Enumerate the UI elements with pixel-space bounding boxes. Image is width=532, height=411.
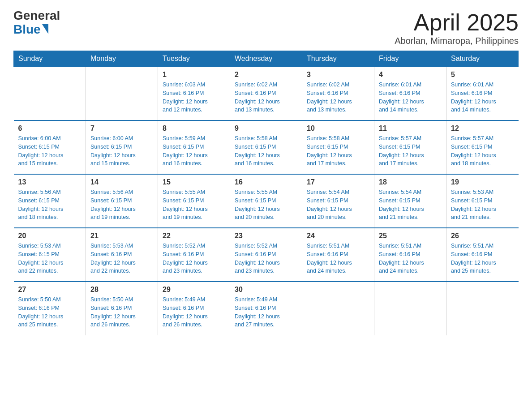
day-number: 10 — [307, 124, 369, 133]
day-info: Sunrise: 5:51 AM Sunset: 6:16 PM Dayligh… — [451, 242, 514, 275]
day-info: Sunrise: 5:52 AM Sunset: 6:16 PM Dayligh… — [163, 242, 225, 275]
day-cell: 6Sunrise: 6:00 AM Sunset: 6:15 PM Daylig… — [14, 120, 86, 174]
day-number: 20 — [18, 232, 82, 240]
col-header-friday: Friday — [374, 51, 446, 67]
calendar-header-row: SundayMondayTuesdayWednesdayThursdayFrid… — [14, 51, 519, 67]
day-number: 11 — [379, 124, 442, 133]
day-number: 25 — [379, 232, 442, 240]
day-info: Sunrise: 5:51 AM Sunset: 6:16 PM Dayligh… — [379, 242, 442, 275]
day-info: Sunrise: 5:57 AM Sunset: 6:15 PM Dayligh… — [379, 134, 442, 168]
day-info: Sunrise: 5:55 AM Sunset: 6:15 PM Dayligh… — [163, 188, 225, 222]
day-number: 27 — [18, 286, 82, 294]
col-header-sunday: Sunday — [14, 51, 86, 67]
day-info: Sunrise: 5:59 AM Sunset: 6:15 PM Dayligh… — [163, 134, 225, 168]
col-header-monday: Monday — [86, 51, 158, 67]
day-number: 24 — [307, 232, 369, 240]
day-info: Sunrise: 5:51 AM Sunset: 6:16 PM Dayligh… — [307, 242, 369, 275]
logo-general: General — [13, 9, 60, 23]
day-info: Sunrise: 6:00 AM Sunset: 6:15 PM Dayligh… — [90, 134, 153, 168]
day-cell: 22Sunrise: 5:52 AM Sunset: 6:16 PM Dayli… — [158, 228, 230, 282]
day-info: Sunrise: 5:53 AM Sunset: 6:15 PM Dayligh… — [451, 188, 514, 222]
day-number: 18 — [379, 178, 442, 186]
day-number: 30 — [235, 286, 297, 294]
day-cell: 8Sunrise: 5:59 AM Sunset: 6:15 PM Daylig… — [158, 120, 230, 174]
day-number: 6 — [18, 124, 82, 133]
day-cell: 4Sunrise: 6:01 AM Sunset: 6:16 PM Daylig… — [374, 67, 446, 120]
day-number: 29 — [163, 286, 225, 294]
day-info: Sunrise: 5:56 AM Sunset: 6:15 PM Dayligh… — [18, 188, 82, 222]
day-info: Sunrise: 6:02 AM Sunset: 6:16 PM Dayligh… — [235, 81, 297, 114]
day-number: 23 — [235, 232, 297, 240]
calendar-table: SundayMondayTuesdayWednesdayThursdayFrid… — [13, 51, 519, 335]
day-number: 28 — [90, 286, 153, 294]
day-info: Sunrise: 5:55 AM Sunset: 6:15 PM Dayligh… — [235, 188, 297, 222]
day-number: 19 — [451, 178, 514, 186]
day-cell: 1Sunrise: 6:03 AM Sunset: 6:16 PM Daylig… — [158, 67, 230, 120]
day-cell — [302, 282, 374, 335]
day-info: Sunrise: 5:50 AM Sunset: 6:16 PM Dayligh… — [90, 295, 153, 329]
day-cell: 3Sunrise: 6:02 AM Sunset: 6:16 PM Daylig… — [302, 67, 374, 120]
col-header-tuesday: Tuesday — [158, 51, 230, 67]
day-cell: 27Sunrise: 5:50 AM Sunset: 6:16 PM Dayli… — [14, 282, 86, 335]
day-cell — [446, 282, 519, 335]
week-row-3: 13Sunrise: 5:56 AM Sunset: 6:15 PM Dayli… — [14, 174, 519, 228]
day-number: 26 — [451, 232, 514, 240]
week-row-1: 1Sunrise: 6:03 AM Sunset: 6:16 PM Daylig… — [14, 67, 519, 120]
day-number: 5 — [451, 71, 514, 79]
week-row-5: 27Sunrise: 5:50 AM Sunset: 6:16 PM Dayli… — [14, 282, 519, 335]
day-number: 9 — [235, 124, 297, 133]
day-info: Sunrise: 6:03 AM Sunset: 6:16 PM Dayligh… — [163, 81, 225, 114]
week-row-4: 20Sunrise: 5:53 AM Sunset: 6:15 PM Dayli… — [14, 228, 519, 282]
day-info: Sunrise: 5:52 AM Sunset: 6:16 PM Dayligh… — [235, 242, 297, 275]
day-cell: 13Sunrise: 5:56 AM Sunset: 6:15 PM Dayli… — [14, 174, 86, 228]
day-cell: 9Sunrise: 5:58 AM Sunset: 6:15 PM Daylig… — [230, 120, 302, 174]
day-cell: 26Sunrise: 5:51 AM Sunset: 6:16 PM Dayli… — [446, 228, 519, 282]
day-cell: 24Sunrise: 5:51 AM Sunset: 6:16 PM Dayli… — [302, 228, 374, 282]
day-cell: 10Sunrise: 5:58 AM Sunset: 6:15 PM Dayli… — [302, 120, 374, 174]
day-cell: 12Sunrise: 5:57 AM Sunset: 6:15 PM Dayli… — [446, 120, 519, 174]
day-info: Sunrise: 5:57 AM Sunset: 6:15 PM Dayligh… — [451, 134, 514, 168]
col-header-thursday: Thursday — [302, 51, 374, 67]
day-cell: 21Sunrise: 5:53 AM Sunset: 6:16 PM Dayli… — [86, 228, 158, 282]
day-info: Sunrise: 5:54 AM Sunset: 6:15 PM Dayligh… — [307, 188, 369, 222]
day-cell: 17Sunrise: 5:54 AM Sunset: 6:15 PM Dayli… — [302, 174, 374, 228]
col-header-saturday: Saturday — [446, 51, 519, 67]
day-info: Sunrise: 5:54 AM Sunset: 6:15 PM Dayligh… — [379, 188, 442, 222]
day-number: 7 — [90, 124, 153, 133]
day-cell: 2Sunrise: 6:02 AM Sunset: 6:16 PM Daylig… — [230, 67, 302, 120]
day-info: Sunrise: 5:53 AM Sunset: 6:16 PM Dayligh… — [90, 242, 153, 275]
day-cell: 19Sunrise: 5:53 AM Sunset: 6:15 PM Dayli… — [446, 174, 519, 228]
day-number: 12 — [451, 124, 514, 133]
day-number: 13 — [18, 178, 82, 186]
month-title: April 2025 — [395, 9, 519, 36]
day-info: Sunrise: 6:02 AM Sunset: 6:16 PM Dayligh… — [307, 81, 369, 114]
day-number: 17 — [307, 178, 369, 186]
day-cell: 5Sunrise: 6:01 AM Sunset: 6:16 PM Daylig… — [446, 67, 519, 120]
day-number: 15 — [163, 178, 225, 186]
day-info: Sunrise: 6:01 AM Sunset: 6:16 PM Dayligh… — [451, 81, 514, 114]
logo-blue: Blue — [13, 23, 41, 37]
logo: General Blue — [13, 9, 60, 37]
day-cell: 14Sunrise: 5:56 AM Sunset: 6:15 PM Dayli… — [86, 174, 158, 228]
day-number: 16 — [235, 178, 297, 186]
day-info: Sunrise: 6:01 AM Sunset: 6:16 PM Dayligh… — [379, 81, 442, 114]
day-cell: 11Sunrise: 5:57 AM Sunset: 6:15 PM Dayli… — [374, 120, 446, 174]
day-cell: 15Sunrise: 5:55 AM Sunset: 6:15 PM Dayli… — [158, 174, 230, 228]
page-header: General Blue April 2025 Aborlan, Mimarop… — [13, 9, 519, 46]
day-cell: 7Sunrise: 6:00 AM Sunset: 6:15 PM Daylig… — [86, 120, 158, 174]
day-cell: 30Sunrise: 5:49 AM Sunset: 6:16 PM Dayli… — [230, 282, 302, 335]
day-cell: 23Sunrise: 5:52 AM Sunset: 6:16 PM Dayli… — [230, 228, 302, 282]
day-info: Sunrise: 5:53 AM Sunset: 6:15 PM Dayligh… — [18, 242, 82, 275]
day-info: Sunrise: 5:49 AM Sunset: 6:16 PM Dayligh… — [235, 295, 297, 329]
day-info: Sunrise: 5:49 AM Sunset: 6:16 PM Dayligh… — [163, 295, 225, 329]
title-block: April 2025 Aborlan, Mimaropa, Philippine… — [395, 9, 519, 46]
day-cell: 20Sunrise: 5:53 AM Sunset: 6:15 PM Dayli… — [14, 228, 86, 282]
day-number: 14 — [90, 178, 153, 186]
col-header-wednesday: Wednesday — [230, 51, 302, 67]
day-info: Sunrise: 5:58 AM Sunset: 6:15 PM Dayligh… — [235, 134, 297, 168]
day-cell: 29Sunrise: 5:49 AM Sunset: 6:16 PM Dayli… — [158, 282, 230, 335]
day-cell: 16Sunrise: 5:55 AM Sunset: 6:15 PM Dayli… — [230, 174, 302, 228]
day-info: Sunrise: 5:56 AM Sunset: 6:15 PM Dayligh… — [90, 188, 153, 222]
day-number: 2 — [235, 71, 297, 79]
day-number: 1 — [163, 71, 225, 79]
